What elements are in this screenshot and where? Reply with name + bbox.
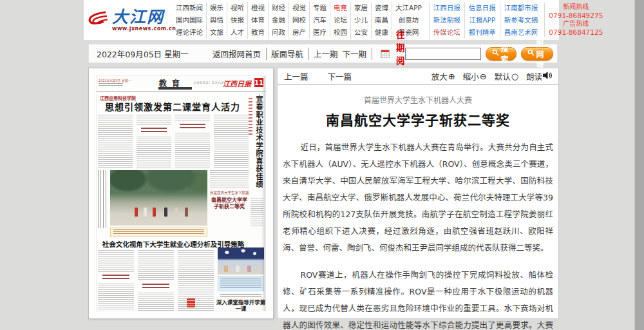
left-vertical-column	[98, 170, 108, 228]
page-thumbnail-panel: 2022年9月5日 星期一 教育 JIANGXI DAILY 江西日报 11 江…	[88, 68, 274, 319]
third-article-kicker	[220, 294, 261, 297]
nav-item[interactable]: 江西新闻	[173, 2, 206, 14]
nav-item[interactable]: 大江APP	[392, 2, 425, 14]
hotline-label: 广告热线	[549, 20, 603, 28]
photo-figure	[224, 266, 228, 272]
vertical-red-tag	[249, 98, 252, 135]
mini-article-kicker: 首届世界大学生水下机器人大赛	[210, 190, 249, 195]
photo-figure	[185, 208, 188, 217]
paper-link[interactable]: 报刊精萃	[464, 26, 500, 39]
photo-figure	[144, 208, 147, 217]
nav-item[interactable]: 南昌	[371, 14, 392, 26]
zoom-in-label: 放大	[431, 70, 448, 82]
prev-issue-link[interactable]: 上一期	[314, 48, 338, 60]
nav-item[interactable]: 论坛	[330, 14, 350, 26]
nav-item[interactable]: 汽车	[309, 14, 330, 26]
column-subhead	[102, 275, 129, 281]
nav-item[interactable]: 创意坊	[392, 14, 425, 26]
article-paragraph: 近日，首届世界大学生水下机器人大赛在青岛举行。大赛共分为自主式水下机器人（AUV…	[283, 139, 553, 257]
next-issue-link[interactable]: 下一期	[343, 48, 373, 60]
mini-article-headline: 南昌航空大学学子斩获二等奖	[210, 197, 249, 210]
paper-masthead-cn: 江西日报	[223, 78, 251, 88]
paper-link[interactable]: 江西日报	[430, 2, 464, 14]
vertical-article-strip: 宜春职业技术学院喜获佳绩	[249, 94, 264, 228]
newspaper-page-image[interactable]: 2022年9月5日 星期一 教育 JIANGXI DAILY 江西日报 11 江…	[96, 75, 266, 311]
zoom-in-icon: ⊕	[448, 72, 455, 81]
site-logo[interactable]: 大江网 www.jxnews.com.cn	[84, 8, 171, 32]
paper-page-number: 11	[254, 78, 263, 87]
nav-item[interactable]: 娱乐	[206, 2, 227, 14]
paper-link[interactable]: 信息日报	[464, 2, 500, 14]
paper-link[interactable]: 传媒论坛	[430, 26, 464, 39]
next-article-link[interactable]: 下一篇	[328, 70, 352, 82]
photo-figure	[153, 208, 156, 217]
speaker-icon	[543, 72, 552, 81]
photo-figure	[164, 208, 167, 217]
column-subhead	[180, 124, 205, 130]
photo-figure	[247, 266, 251, 272]
search-button-label: 搜 索	[501, 43, 510, 64]
nav-item[interactable]: 金融	[268, 14, 289, 26]
mid-right-column: 首届世界大学生水下机器人大赛 南昌航空大学学子斩获二等奖	[210, 170, 249, 237]
logo-swoosh-icon	[86, 8, 111, 32]
article-toolbar: 上一篇 下一篇 放大 ⊕ 缩小 ⊖ 默认 ○ 朗读	[278, 68, 558, 85]
nav-item[interactable]: 瓷博	[371, 2, 392, 14]
nav-item[interactable]: 国内国际	[173, 14, 206, 26]
nav-item[interactable]: 家居	[350, 2, 371, 14]
paper-link[interactable]: 昌南艺术网	[500, 26, 542, 39]
nav-item-highlighted[interactable]: 电竞	[330, 2, 350, 14]
default-size-icon: ○	[511, 72, 518, 81]
nav-item[interactable]: 少儿	[350, 14, 371, 26]
hotline-number: 0791-86849275	[549, 12, 603, 21]
hotline-block: 新闻热线 0791-86849275 广告热线 0791-86847125	[544, 3, 604, 37]
photo-figure	[175, 208, 178, 217]
photo-figure	[236, 266, 240, 272]
article-kicker: 首届世界大学生水下机器人大赛	[283, 94, 553, 105]
read-aloud-button[interactable]: 朗读	[526, 70, 552, 82]
article-body: 首届世界大学生水下机器人大赛 南昌航空大学学子斩获二等奖 近日，首届世界大学生水…	[278, 85, 558, 330]
zoom-in-button[interactable]: 放大 ⊕	[431, 70, 455, 82]
lead-text-columns	[98, 115, 249, 169]
read-aloud-label: 朗读	[526, 70, 542, 82]
back-home-link[interactable]: 返回报网首页	[213, 48, 267, 60]
paper-link[interactable]: 新法制报	[430, 14, 464, 26]
classroom-photo	[218, 248, 264, 275]
zoom-out-button[interactable]: 缩小 ⊖	[463, 70, 487, 82]
browser-scrollbar[interactable]	[634, 0, 644, 330]
logo-title: 大江网	[112, 9, 176, 26]
nav-item[interactable]: 理论评论	[173, 26, 206, 39]
calendar-icon[interactable]	[381, 50, 390, 58]
masthead-rule	[97, 92, 265, 92]
nav-item[interactable]: 网校	[289, 14, 309, 26]
nav-item[interactable]: 财经	[268, 2, 289, 14]
article-panel: 上一篇 下一篇 放大 ⊕ 缩小 ⊖ 默认 ○ 朗读	[277, 68, 559, 319]
vertical-article-text	[251, 199, 263, 227]
nav-item[interactable]: 体育	[247, 14, 268, 26]
issue-toolbar: 2022年09月05日 星期一 返回报网首页 版面导航 上一期 下一期 往期阅读…	[88, 44, 558, 63]
search-button[interactable]: 搜 索	[486, 47, 516, 61]
paper-link[interactable]: 新参考文摘	[500, 14, 542, 26]
default-size-label: 默认	[495, 70, 511, 82]
photo-figure	[135, 208, 138, 217]
paper-link[interactable]: 江报APP	[464, 14, 500, 26]
nav-item[interactable]: 橙视	[247, 2, 268, 14]
hotline-number: 0791-86847125	[549, 28, 603, 37]
magnifier-icon	[492, 49, 499, 58]
third-headline: 深入课堂指导开学第一课	[215, 299, 267, 312]
default-size-button[interactable]: 默认 ○	[495, 70, 518, 82]
zoom-out-label: 缩小	[463, 70, 479, 82]
paper-link[interactable]: 江南都市报	[500, 2, 542, 14]
nav-item[interactable]: 视觉	[289, 2, 309, 14]
nav-item[interactable]: 舆情	[206, 14, 227, 26]
nav-item[interactable]: 快报	[227, 14, 247, 26]
nav-item[interactable]: 视听	[227, 2, 247, 14]
prev-article-link[interactable]: 上一篇	[284, 70, 308, 82]
site-search-button[interactable]: 搜报网搜索	[521, 47, 553, 61]
nav-item[interactable]: 专题	[309, 2, 330, 14]
hotline-label: 新闻热线	[549, 3, 603, 12]
page-nav-link[interactable]: 版面导航	[271, 48, 309, 60]
column-subhead	[141, 128, 167, 134]
vertical-headline: 宜春职业技术学院喜获佳绩	[253, 95, 263, 196]
second-text-columns	[98, 250, 214, 311]
search-input[interactable]	[405, 48, 481, 60]
